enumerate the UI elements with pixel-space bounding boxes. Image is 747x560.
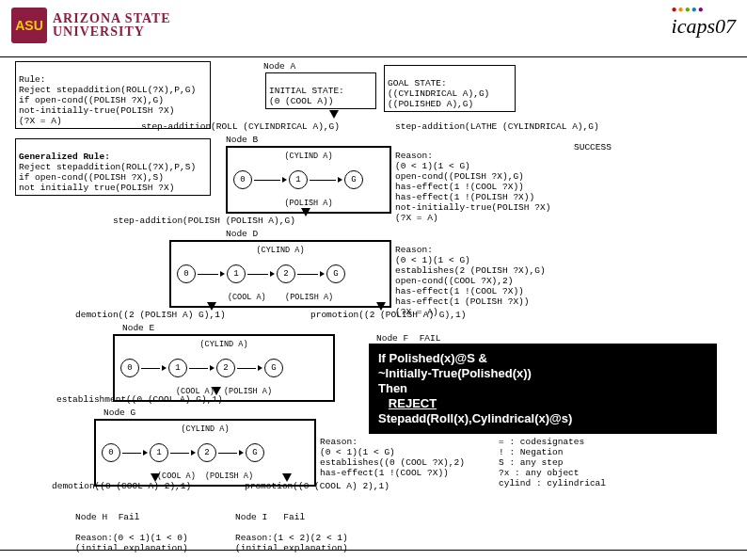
nodeD-ng: G <box>326 264 345 283</box>
nodeI-r2: (initial explanation) <box>235 543 348 553</box>
grule-title: Generalized Rule: <box>19 152 110 162</box>
nodeD-reason: Reason: (0 < 1)(1 < G) establishes(2 (PO… <box>395 234 546 317</box>
nodeA-initial-h: INITIAL STATE: <box>269 86 344 96</box>
nodeI-label: Node I <box>235 512 267 522</box>
nodeE-n2: 2 <box>216 359 235 377</box>
nodeD-r3: open-cond((COOL ?X),2) <box>395 276 513 286</box>
success-label: SUCCESS <box>574 142 612 152</box>
nodeD-r1: (0 < 1)(1 < G) <box>395 255 470 265</box>
legend-l2: ! : Negation <box>499 447 563 457</box>
rule-l2: if open-cond((POLISH ?X),G) <box>19 95 164 105</box>
callout-l5: Stepadd(Roll(x),Cylindrical(x)@s) <box>378 411 707 426</box>
legend-l3: S : any step <box>499 457 563 468</box>
nodeG-top: (CYLIND A) <box>102 424 309 434</box>
nodeD-r4: has-effect(1 !(COOL ?X)) <box>395 286 524 296</box>
nodeE-ng: G <box>264 359 283 377</box>
nodeI: Node I Fail Reason:(1 < 2)(2 < 1) (initi… <box>235 502 348 553</box>
nodeG-rh: Reason: <box>320 437 358 447</box>
nodeB-r1: (0 < 1)(1 < G) <box>395 161 470 171</box>
nodeB-r6: (?X = A) <box>395 213 438 223</box>
diagram-canvas: Rule: Reject stepaddition(ROLL(?X),P,G) … <box>0 57 747 552</box>
legend-l5: cylind : cylindrical <box>499 478 606 488</box>
nodeD-n1: 1 <box>227 264 246 283</box>
nodeA-label: Node A <box>263 61 295 72</box>
nodeG-n2: 2 <box>198 443 216 462</box>
icaps-dots-icon: ●●●●● <box>672 4 736 14</box>
nodeD-bot1: (POLISH A) <box>285 293 333 302</box>
nodeD-label: Node D <box>226 229 258 239</box>
callout-box: If Polished(x)@S & ~Initially-True(Polis… <box>367 342 719 436</box>
arrow-down-icon <box>329 110 339 119</box>
nodeA-goal-h: GOAL STATE: <box>388 78 447 88</box>
callout-l3: Then <box>378 381 707 396</box>
est-left: establishment((0 (COOL A) G),1) <box>56 394 223 405</box>
nodeB-ng: G <box>344 170 363 189</box>
asu-text-line2: UNIVERSITY <box>53 25 171 39</box>
footer-rule <box>0 550 747 551</box>
nodeG-n0: 0 <box>102 443 120 462</box>
promotion-right: promotion((2 (POLISH A) G),1) <box>310 310 466 320</box>
rule-l3: not-initially-true(POLISH ?X) <box>19 105 174 116</box>
nodeB-reason-h: Reason: <box>395 151 433 161</box>
callout-l4: REJECT <box>389 396 437 410</box>
nodeE-graph: (CYLIND A) 0 1 2 G (COOL A) (POLISH A) <box>113 334 335 402</box>
grule-l1: Reject stepaddition(ROLL(?X),P,S) <box>19 162 196 172</box>
nodeB-r2: open-cond((POLISH ?X),G) <box>395 171 524 182</box>
nodeA-initial: INITIAL STATE: (0 (COOL A)) <box>265 72 376 109</box>
nodeD-n2: 2 <box>277 264 295 283</box>
nodeG-bot: (POLISH A) <box>205 472 253 481</box>
rule-l4: (?X = A) <box>19 116 62 126</box>
nodeH-fail: Fail <box>119 512 140 522</box>
nodeG-mid: (COOL A) <box>157 472 196 481</box>
nodeG-ng: G <box>246 443 264 462</box>
nodeG-r3: has-effect(1 !(COOL ?X)) <box>320 468 449 478</box>
promotion2: promotion((0 (COOL A) 2),1) <box>245 481 389 491</box>
callout-l1: If Polished(x)@S & <box>378 351 707 366</box>
nodeG-label: Node G <box>103 408 135 418</box>
nodeD-n0: 0 <box>177 264 196 283</box>
nodeB-r3: has-effect(1 !(COOL ?X)) <box>395 182 524 192</box>
nodeB-graph: (CYLIND A) 0 1 G (POLISH A) <box>226 146 391 214</box>
nodeE-label: Node E <box>122 323 154 333</box>
nodeA-goal1: ((CYLINDRICAL A),G) <box>388 88 489 99</box>
nodeI-r1: Reason:(1 < 2)(2 < 1) <box>235 533 348 543</box>
rule-l1: Reject stepaddition(ROLL(?X),P,G) <box>19 85 196 95</box>
callout-l2: ~Initially-True(Polished(x)) <box>378 366 707 381</box>
nodeD-bot2: (COOL A) <box>228 293 266 302</box>
generalized-rule-box: Generalized Rule: Reject stepaddition(RO… <box>15 138 211 196</box>
icaps-logo: ●●●●● icaps07 <box>672 4 736 39</box>
icaps-text: icaps07 <box>672 14 736 38</box>
nodeD-r5: has-effect(1 (POLISH ?X)) <box>395 296 530 307</box>
asu-text-line1: ARIZONA STATE <box>53 12 171 25</box>
nodeG-n1: 1 <box>150 443 168 462</box>
nodeD-reason-h: Reason: <box>395 245 433 255</box>
nodeB-r5: not-initially-true(POLISH ?X) <box>395 202 550 213</box>
nodeE-n1: 1 <box>168 359 187 377</box>
nodeI-fail: Fail <box>283 512 305 522</box>
nodeA-goal: GOAL STATE: ((CYLINDRICAL A),G) ((POLISH… <box>384 65 516 112</box>
legend-l1: = : codesignates <box>499 437 584 447</box>
nodeD-graph: (CYLIND A) 0 1 2 G (COOL A) (POLISH A) <box>169 240 391 308</box>
nodeB-reason: Reason: (0 < 1)(1 < G) open-cond((POLISH… <box>395 140 550 223</box>
nodeB-n0: 0 <box>233 170 252 189</box>
nodeH: Node H Fail Reason:(0 < 1)(1 < 0) (initi… <box>75 502 188 553</box>
nodeB-top: (CYLIND A) <box>233 152 384 161</box>
nodeH-r2: (initial explanation) <box>75 543 188 553</box>
nodeE-bot: (POLISH A) <box>224 387 272 396</box>
stepA-left: step-addition(ROLL (CYLINDRICAL A),G) <box>141 121 340 132</box>
slide-header: ASU ARIZONA STATE UNIVERSITY ●●●●● icaps… <box>0 0 747 57</box>
nodeE-top: (CYLIND A) <box>120 340 327 349</box>
asu-mark-icon: ASU <box>11 8 47 43</box>
grule-l2: if open-cond((POLISH ?X),S) <box>19 172 164 183</box>
stepA-right: step-addition(LATHE (CYLINDRICAL A),G) <box>395 121 599 132</box>
grule-l3: not initially true(POLISH ?X) <box>19 183 174 193</box>
nodeB-label: Node B <box>226 135 258 145</box>
nodeB-n1: 1 <box>289 170 308 189</box>
legend-l4: ?x : any object <box>499 468 580 478</box>
nodeH-label: Node H <box>75 512 107 522</box>
demotion2: demotion((0 (COOL A) 2),1) <box>52 481 191 491</box>
nodeB-r4: has-effect(1 !(POLISH ?X)) <box>395 192 534 202</box>
nodeG-r1: (0 < 1)(1 < G) <box>320 447 395 457</box>
rule-box: Rule: Reject stepaddition(ROLL(?X),P,G) … <box>15 61 211 129</box>
asu-logo: ASU ARIZONA STATE UNIVERSITY <box>11 8 171 43</box>
